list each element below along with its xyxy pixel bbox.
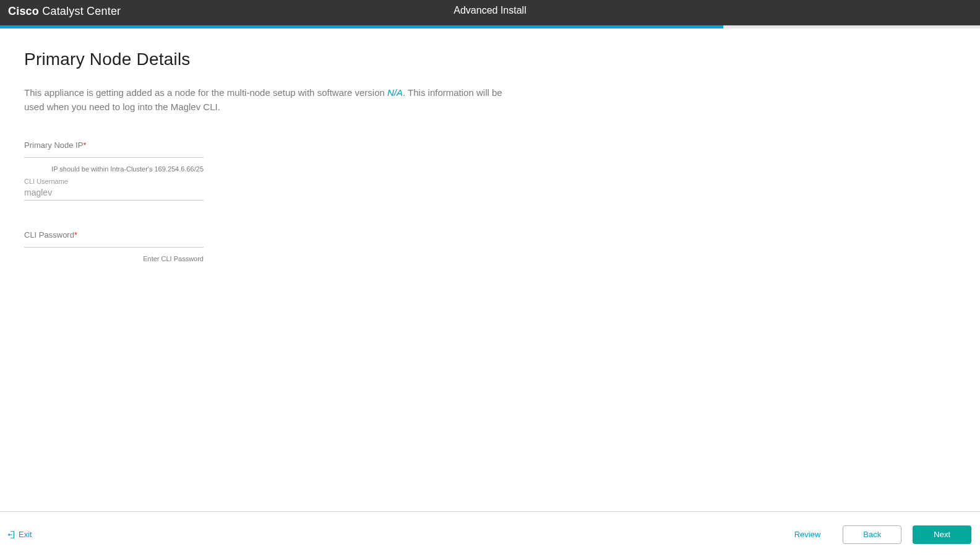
exit-link[interactable]: Exit <box>7 530 32 539</box>
footer-actions: Review Back Next <box>794 525 971 544</box>
primary-node-ip-input[interactable] <box>24 157 204 158</box>
cli-password-label: CLI Password* <box>24 230 204 240</box>
field-cli-username: CLI Username maglev <box>24 178 204 201</box>
form: Primary Node IP* IP should be within Int… <box>24 140 204 262</box>
footer-bar: Exit Review Back Next <box>0 512 980 557</box>
field-primary-node-ip: Primary Node IP* IP should be within Int… <box>24 140 204 173</box>
back-button[interactable]: Back <box>843 525 901 544</box>
page-title: Primary Node Details <box>24 50 955 69</box>
cli-username-value: maglev <box>24 188 204 201</box>
main-content: Primary Node Details This appliance is g… <box>0 28 980 262</box>
ip-label-text: Primary Node IP <box>24 140 83 150</box>
required-asterisk: * <box>74 230 77 240</box>
desc-pre: This appliance is getting added as a nod… <box>24 87 387 98</box>
primary-node-ip-label: Primary Node IP* <box>24 140 204 150</box>
page-description: This appliance is getting added as a nod… <box>24 85 513 114</box>
required-asterisk: * <box>83 140 86 150</box>
field-cli-password: CLI Password* Enter CLI Password <box>24 230 204 262</box>
cli-password-helper: Enter CLI Password <box>24 255 204 262</box>
header-title: Advanced Install <box>0 5 980 16</box>
progress-bar <box>0 25 980 28</box>
exit-icon <box>7 530 16 539</box>
app-header: Cisco Catalyst Center Advanced Install <box>0 0 980 25</box>
cli-username-label: CLI Username <box>24 178 204 185</box>
next-button[interactable]: Next <box>913 525 971 544</box>
primary-node-ip-helper: IP should be within Intra-Cluster's 169.… <box>24 165 204 173</box>
review-link[interactable]: Review <box>794 530 821 539</box>
progress-fill <box>0 25 723 28</box>
exit-label: Exit <box>19 530 32 539</box>
cli-password-input[interactable] <box>24 247 204 248</box>
software-version-link[interactable]: N/A <box>387 87 403 98</box>
password-label-text: CLI Password <box>24 230 74 240</box>
